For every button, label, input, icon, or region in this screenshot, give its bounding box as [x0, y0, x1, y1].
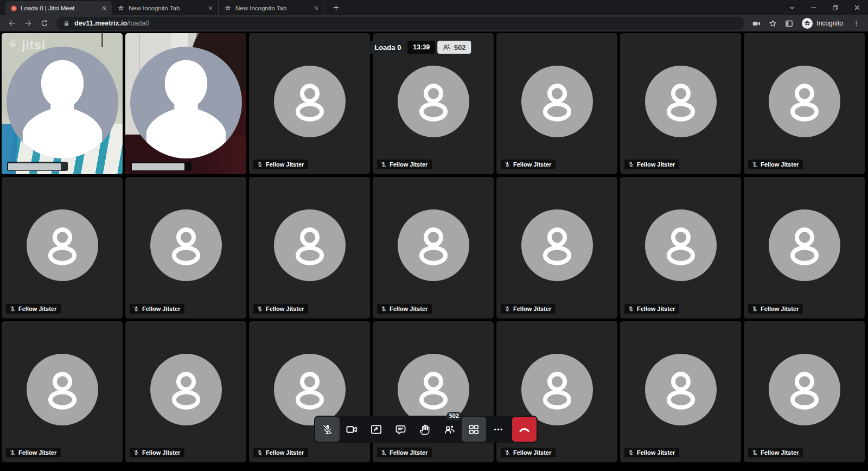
- person-icon: [532, 220, 583, 271]
- minimize-button[interactable]: [803, 0, 825, 15]
- tab-close-button[interactable]: [312, 4, 321, 12]
- share-screen-button[interactable]: [364, 417, 388, 442]
- muted-mic-icon: [133, 449, 139, 456]
- window-controls: [781, 0, 868, 15]
- participant-tile[interactable]: Fellow Jitster: [620, 321, 741, 462]
- participant-name: Fellow Jitster: [142, 305, 180, 312]
- tab-close-button[interactable]: [206, 4, 215, 12]
- toggle-tile-view-button[interactable]: [462, 417, 486, 442]
- tab-close-button[interactable]: [100, 4, 108, 12]
- incognito-icon: [224, 4, 232, 12]
- participant-count-badge: 502: [446, 412, 462, 421]
- participant-name-label: Fellow Jitster: [748, 304, 803, 314]
- name-redaction-box: [8, 163, 61, 170]
- participant-tile[interactable]: Fellow Jitster: [744, 177, 865, 318]
- participant-tile[interactable]: Fellow Jitster: [744, 321, 865, 462]
- incognito-badge: Incognito: [797, 18, 847, 29]
- side-panel-button[interactable]: [781, 16, 796, 30]
- browser-tab[interactable]: New Incognito Tab: [112, 1, 218, 15]
- star-icon: [768, 19, 777, 28]
- participant-tile[interactable]: Fellow Jitster: [496, 33, 617, 174]
- tab-title: New Incognito Tab: [235, 5, 308, 11]
- participant-name: Fellow Jitster: [266, 161, 304, 168]
- participant-tile[interactable]: Fellow Jitster: [125, 321, 246, 462]
- restore-button[interactable]: [825, 0, 846, 15]
- person-icon: [161, 364, 212, 415]
- participant-name-label: Fellow Jitster: [253, 304, 308, 314]
- conference-info: Loada 0 13:39 502: [368, 41, 471, 54]
- raise-hand-button[interactable]: [413, 417, 437, 442]
- participant-tile[interactable]: Fellow Jitster: [373, 177, 494, 318]
- muted-mic-icon: [257, 305, 263, 312]
- avatar: [769, 210, 840, 282]
- participant-tile[interactable]: Fellow Jitster: [2, 177, 123, 318]
- person-silhouette-icon: [7, 47, 118, 158]
- browser-tab[interactable]: New Incognito Tab: [218, 1, 324, 15]
- muted-mic-icon: [257, 161, 263, 168]
- reload-button[interactable]: [37, 16, 52, 30]
- avatar: [521, 354, 593, 425]
- avatar: [274, 354, 346, 425]
- leave-call-button[interactable]: [512, 417, 537, 442]
- tab-media-recording-icon: [11, 5, 17, 11]
- open-chat-button[interactable]: [388, 417, 413, 442]
- participant-name: Fellow Jitster: [761, 305, 799, 312]
- tabs: Loada 0 | Jitsi MeetNew Incognito TabNew…: [5, 0, 324, 15]
- avatar: [769, 354, 840, 425]
- browser-menu-button[interactable]: [848, 16, 864, 30]
- participant-tile[interactable]: Fellow Jitster: [2, 321, 123, 462]
- participant-tile[interactable]: Fellow Jitster: [496, 177, 617, 318]
- avatar: [7, 47, 118, 158]
- address-bar[interactable]: dev11.meetrix.io/loada0: [56, 17, 744, 30]
- participant-tile[interactable]: jitsi: [2, 33, 123, 174]
- participant-name-label: Fellow Jitster: [6, 448, 61, 457]
- tab-title: New Incognito Tab: [129, 5, 202, 11]
- conference-name: Loada 0: [368, 41, 407, 54]
- forward-button[interactable]: [21, 16, 36, 30]
- reload-icon: [40, 19, 49, 28]
- media-recording-indicator-icon[interactable]: [749, 16, 764, 30]
- bookmark-star-button[interactable]: [765, 16, 780, 30]
- person-icon: [37, 220, 88, 271]
- muted-mic-icon: [380, 161, 387, 168]
- participant-tile[interactable]: Fellow Jitster: [125, 177, 246, 318]
- browser-tab[interactable]: Loada 0 | Jitsi Meet: [5, 1, 112, 15]
- new-tab-button[interactable]: [329, 1, 343, 15]
- participant-tile[interactable]: [125, 33, 246, 174]
- participant-name-label: Fellow Jitster: [624, 448, 679, 457]
- participant-tile[interactable]: Fellow Jitster: [620, 177, 741, 318]
- start-camera-button[interactable]: [340, 417, 364, 442]
- participant-count-chip[interactable]: 502: [437, 41, 471, 54]
- participant-tile[interactable]: Fellow Jitster: [249, 33, 370, 174]
- participant-name: Fellow Jitster: [513, 449, 551, 456]
- avatar: [521, 66, 593, 137]
- participant-name: Fellow Jitster: [266, 449, 304, 456]
- person-icon: [284, 364, 335, 415]
- jitsi-watermark: jitsi: [7, 37, 46, 53]
- participant-name: Fellow Jitster: [513, 161, 551, 168]
- tab-search-button[interactable]: [781, 0, 803, 15]
- minimize-icon: [810, 4, 818, 11]
- participants-icon: [442, 43, 451, 52]
- avatar: [274, 210, 346, 282]
- chevron-down-icon: [788, 4, 796, 11]
- back-arrow-icon: [8, 19, 16, 28]
- participant-name: Fellow Jitster: [761, 161, 799, 168]
- muted-mic-icon: [628, 305, 634, 312]
- participant-name: Fellow Jitster: [390, 449, 427, 456]
- participant-tile[interactable]: Fellow Jitster: [249, 177, 370, 318]
- tile-view-icon: [468, 423, 480, 436]
- participant-tile[interactable]: Fellow Jitster: [373, 33, 494, 174]
- participant-count: 502: [454, 43, 466, 52]
- muted-mic-icon: [504, 305, 510, 312]
- participants-button[interactable]: 502: [437, 417, 462, 442]
- close-window-button[interactable]: [846, 0, 868, 15]
- participant-tile[interactable]: Fellow Jitster: [744, 33, 865, 174]
- participant-name: Fellow Jitster: [18, 449, 56, 456]
- url-host: dev11.meetrix.io: [74, 20, 127, 27]
- avatar: [398, 66, 469, 137]
- mute-microphone-button[interactable]: [315, 417, 340, 442]
- participant-tile[interactable]: Fellow Jitster: [620, 33, 741, 174]
- back-button[interactable]: [4, 16, 20, 30]
- more-actions-button[interactable]: [486, 417, 510, 442]
